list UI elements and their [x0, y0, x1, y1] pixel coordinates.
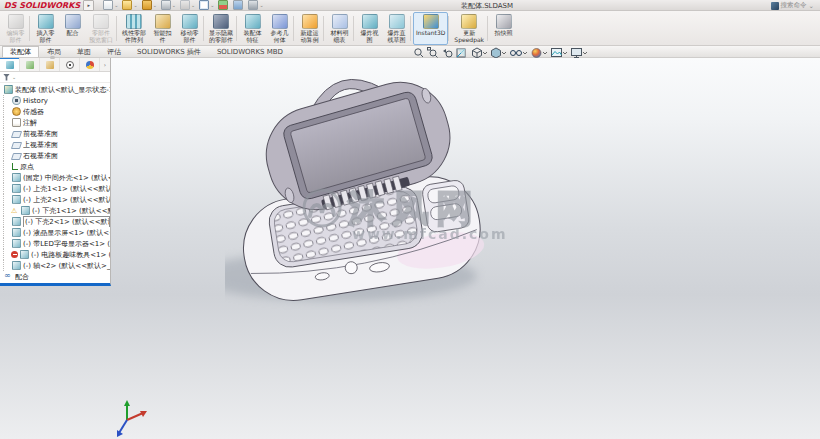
panel-splitter-handle[interactable] [50, 56, 55, 59]
ribbon-button[interactable]: 插入零 部件 ⌄ [32, 12, 59, 45]
apply-scene-icon[interactable] [552, 49, 568, 57]
tree-filter-row[interactable]: ⌄ [0, 72, 110, 83]
quick-access-button[interactable] [233, 0, 244, 10]
ribbon-button[interactable]: 编辑零 部件 [2, 12, 29, 45]
panel-tab[interactable] [80, 58, 100, 71]
edit-appearance-icon[interactable] [532, 49, 547, 58]
quick-access-button[interactable]: ⌄ [248, 0, 263, 10]
zoom-to-fit-icon[interactable] [415, 49, 423, 57]
ribbon-tab[interactable]: 装配体 [2, 46, 39, 57]
ribbon-tab[interactable]: 评估 [99, 46, 129, 57]
ribbon-button[interactable]: 拍快照 [490, 12, 517, 45]
ribbon-button[interactable]: 爆炸视 图 [356, 12, 383, 45]
tree-item-icon [4, 85, 13, 94]
ribbon-button-icon [272, 14, 288, 29]
hide-show-items-icon[interactable] [511, 51, 528, 56]
quick-access-icon [103, 0, 113, 10]
quick-access-icon [233, 0, 243, 10]
quick-access-button[interactable] [218, 0, 229, 10]
dropdown-caret-icon: ⌄ [191, 2, 195, 8]
ribbon-button[interactable]: 智能扣 件 [149, 12, 176, 45]
search-command-box[interactable]: 搜索命令 ⌄ [771, 1, 814, 10]
ribbon-button-label: 零部件 预览窗口 [89, 30, 113, 43]
search-icon [771, 2, 779, 10]
display-style-icon[interactable] [492, 48, 507, 58]
previous-view-icon[interactable] [443, 49, 452, 57]
tree-item[interactable]: 装配体 (默认<默认_显示状态-1>) [0, 84, 110, 95]
tree-item-icon [12, 163, 18, 170]
tree-item[interactable]: 前视基准面 [0, 128, 110, 139]
ribbon-button-icon [126, 14, 142, 29]
ribbon-button-icon [362, 14, 378, 29]
ribbon-button[interactable]: 新建运 动算例 [296, 12, 323, 45]
tree-item[interactable]: 传感器 [0, 106, 110, 117]
ribbon-button-label: 配合 [67, 30, 79, 37]
dropdown-caret-icon: ⌄ [259, 2, 263, 8]
tree-item-label: 传感器 [23, 107, 44, 117]
tree-item[interactable]: (-) 下壳1<1> (默认<<默认>_显示状态-1>) [0, 205, 110, 216]
tree-indent-guide [3, 216, 11, 227]
view-orientation-icon[interactable] [473, 48, 488, 58]
tree-item[interactable]: (-) 电路板趣味教具<1> (默认<<默认>_显示状态-1>) [0, 249, 110, 260]
ribbon-button[interactable]: 显示隐藏 的零部件 [206, 12, 236, 45]
tree-item[interactable]: 上视基准面 [0, 139, 110, 150]
model-canvas[interactable] [225, 60, 520, 310]
ribbon-button[interactable]: 参考几 何体 ⌄ [266, 12, 293, 45]
ribbon-button[interactable]: 零部件 预览窗口 [86, 12, 116, 45]
quick-access-button[interactable]: ⌄ [199, 0, 214, 10]
tree-item[interactable]: (-) 轴<2> (默认<<默认>_显示状态-1>) [0, 260, 110, 271]
ribbon-button-label: 爆炸视 图 [361, 30, 379, 43]
tree-indent-guide [3, 183, 11, 194]
tree-item[interactable]: 注解 [0, 117, 110, 128]
ribbon-tab[interactable]: SOLIDWORKS MBD [209, 46, 291, 57]
panel-tab[interactable] [20, 58, 40, 71]
tree-item[interactable]: (-) 上壳2<1> (默认<<默认>_显示状态-1>) [0, 194, 110, 205]
tree-indent-guide [3, 128, 11, 139]
tree-item-label: 前视基准面 [23, 129, 58, 139]
tree-item[interactable]: History [0, 95, 110, 106]
ribbon-button[interactable]: 移动零 部件 ⌄ [176, 12, 203, 45]
tree-item[interactable]: (-) 带LED字母显示器<1> (默认<<默认>_显示状态-1>) [0, 238, 110, 249]
panel-tabs-overflow-chevron-icon[interactable]: › [100, 58, 110, 71]
command-manager-tabs: 装配体 布局 草图 评估 SOLIDWORKS 插件 SOLIDWORKS MB… [0, 46, 820, 58]
ribbon-button[interactable]: 线性零部 件阵列 ⌄ [119, 12, 149, 45]
ribbon-button[interactable]: 材料明 细表 [326, 12, 353, 45]
ribbon-tab[interactable]: SOLIDWORKS 插件 [129, 46, 209, 57]
ribbon-button[interactable]: Instant3D [413, 12, 448, 45]
tree-item[interactable]: (-) 液晶显示屏<1> (默认<<默认>_显示状态-1>) [0, 227, 110, 238]
zoom-to-area-icon[interactable] [428, 48, 438, 58]
tree-item[interactable]: (-) 上壳1<1> (默认<<默认>_显示状态-1>) [0, 183, 110, 194]
graphics-viewport[interactable]: 沐风网 www.mfcad.com [0, 58, 820, 439]
ribbon-button[interactable]: 更新 Speedpak [451, 12, 487, 45]
tree-item-icon [12, 217, 21, 226]
ribbon-tab[interactable]: 草图 [69, 46, 99, 57]
ribbon-button[interactable]: 配合 [59, 12, 86, 45]
tree-indent-guide [3, 238, 11, 249]
panel-tab[interactable] [0, 58, 20, 71]
menu-flyout-button[interactable]: ▸ [83, 0, 94, 11]
section-view-icon[interactable] [457, 49, 465, 57]
tree-item-icon [12, 107, 21, 116]
quick-access-button[interactable]: ⌄ [103, 0, 118, 10]
view-settings-icon[interactable] [572, 49, 588, 58]
dropdown-caret-icon: ⌄ [153, 2, 157, 8]
panel-tab[interactable] [40, 58, 60, 71]
quick-access-button[interactable]: ⌄ [122, 0, 137, 10]
tree-item-icon [12, 173, 21, 182]
tree-item[interactable]: 配合 [0, 271, 110, 282]
ribbon-button-label: 插入零 部件 [37, 30, 55, 43]
y-axis-arrow [124, 400, 130, 406]
panel-tab[interactable] [60, 58, 80, 71]
quick-access-button[interactable]: ⌄ [161, 0, 176, 10]
featuremanager-panel: › ⌄ 装配体 (默认<默认_显示状态-1>) History [0, 58, 111, 286]
quick-access-button[interactable]: ⌄ [180, 0, 195, 10]
quick-access-icon [180, 0, 190, 10]
ribbon-button[interactable]: 爆炸直 线草图 [383, 12, 410, 45]
ribbon-button[interactable]: 装配体 特征 ⌄ [239, 12, 266, 45]
quick-access-button[interactable]: ⌄ [142, 0, 157, 10]
ribbon-button-icon [332, 14, 348, 29]
tree-item[interactable]: (-) 下壳2<1> (默认<<默认>_显示状态-1>) [0, 216, 110, 227]
tree-item[interactable]: 右视基准面 [0, 150, 110, 161]
tree-item[interactable]: 原点 [0, 161, 110, 172]
tree-item[interactable]: (固定) 中间外壳<1> (默认<<默认>_显示状态-1>) [0, 172, 110, 183]
